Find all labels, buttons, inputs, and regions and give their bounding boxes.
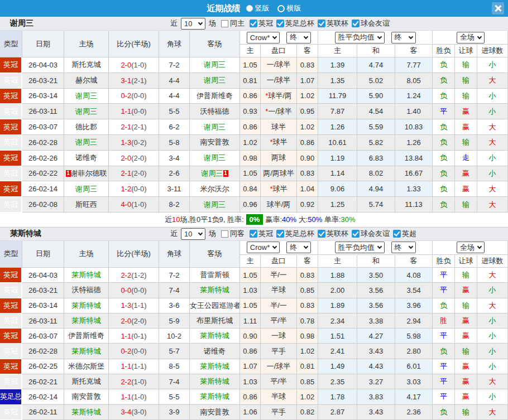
checkbox-checked-icon[interactable] — [250, 20, 257, 27]
odds-time-select[interactable]: 终 — [286, 242, 311, 253]
checkbox-checked-icon[interactable] — [318, 20, 325, 27]
wdl-time-select[interactable]: 终 — [391, 32, 416, 44]
checkbox-checked-icon[interactable] — [352, 20, 360, 27]
away-team-name: 莱斯特城 — [200, 392, 229, 400]
same-venue-checkbox[interactable] — [221, 20, 228, 27]
handicap-line: 平手 — [271, 408, 286, 416]
handicap-line: 球半/两 — [268, 91, 292, 100]
result-cell: 平 — [433, 374, 455, 389]
wdl-average-select[interactable]: 胜平负均值 — [335, 242, 385, 253]
handicap-line-cell: *一/球半 — [261, 104, 297, 119]
score-cell: 0-0(0-0) — [109, 283, 159, 298]
radio-horizontal-layout[interactable]: 横版 — [277, 3, 301, 13]
result-cell: 平 — [433, 283, 455, 298]
league-filter-item[interactable]: 英冠 — [246, 229, 273, 239]
handicap-away-odds-cell: 1.02 — [297, 344, 318, 359]
league-filter-item[interactable]: 英联杯 — [314, 18, 348, 28]
handicap-away-odds-cell: 0.92 — [297, 197, 318, 213]
fulltime-score: 1-1 — [121, 332, 131, 340]
league-filter-item[interactable]: 球会友谊 — [348, 18, 390, 28]
checkbox-checked-icon[interactable] — [318, 230, 325, 238]
home-team-cell: 莱斯特城 — [64, 405, 109, 420]
handicap-result-cell: 输 — [455, 73, 477, 89]
wdl-average-select-value: 胜平负均值 — [338, 243, 375, 253]
full-match-select[interactable]: 全场 — [457, 32, 485, 44]
halftime-score: (1-0) — [131, 61, 146, 69]
full-match-select[interactable]: 全场 — [457, 242, 485, 253]
euro-home-odds-cell: 1.14 — [318, 166, 357, 182]
same-venue-checkbox[interactable] — [221, 230, 228, 238]
match-count-select[interactable]: 10 — [181, 228, 205, 240]
euro-away-odds-cell: 1.26 — [395, 135, 433, 151]
league-filter-item[interactable]: 球会友谊 — [348, 229, 390, 239]
corner-cell: 5-5 — [159, 104, 190, 119]
score-cell: 2-2(1-2) — [109, 268, 159, 283]
wdl-dropdown-cell: 胜平负均值 终 — [318, 31, 433, 45]
away-team-name: 米尔沃尔 — [200, 185, 229, 193]
corner-cell: 10-2 — [159, 329, 190, 344]
checkbox-checked-icon[interactable] — [393, 230, 401, 238]
euro-home-odds-cell: 1.35 — [318, 73, 357, 89]
bookmaker-select[interactable]: Crow* — [247, 32, 280, 44]
away-team-name: 莱斯特城 — [200, 286, 229, 294]
league-filter-item[interactable]: 英超 — [390, 229, 416, 239]
halftime-score: (2-1) — [131, 123, 146, 131]
wdl-average-select[interactable]: 胜平负均值 — [335, 32, 385, 44]
chevron-down-icon — [272, 244, 277, 249]
away-team-name: 沃特福德 — [200, 107, 229, 115]
chevron-down-icon — [408, 34, 413, 38]
checkbox-checked-icon[interactable] — [352, 230, 360, 238]
handicap-home-odds-cell: 0.98 — [240, 151, 261, 166]
result-cell: 负 — [433, 181, 455, 197]
handicap-line-cell: 一/球半 — [261, 57, 297, 73]
fulltime-score: 0-2 — [121, 91, 131, 100]
league-filter-item[interactable]: 英足总杯 — [273, 229, 314, 239]
scope-dropdown-cell: 全场 — [433, 31, 508, 45]
handicap-line-cell: 球半/两 — [261, 197, 297, 213]
handicap-line-cell: 一球 — [261, 329, 297, 344]
radio-unselected-icon[interactable] — [277, 5, 285, 12]
checkbox-checked-icon[interactable] — [250, 230, 257, 238]
handicap-away-odds-cell: 0.83 — [297, 268, 318, 283]
league-filter-item[interactable]: 英冠 — [246, 18, 273, 28]
league-filter-item[interactable]: 英联杯 — [314, 229, 348, 239]
handicap-line: 平手 — [271, 347, 286, 355]
handicap-home-odds-cell: 1.05 — [240, 166, 261, 182]
match-count-select[interactable]: 10 — [181, 18, 205, 30]
checkbox-checked-icon[interactable] — [276, 20, 284, 27]
handicap-line-cell: 半球 — [261, 389, 297, 404]
home-team-cell: 南安普敦 — [64, 389, 109, 404]
wdl-time-select[interactable]: 终 — [391, 242, 416, 253]
handicap-dropdown-cell: Crow* 终 — [240, 241, 318, 255]
corner-cell: 5-8 — [159, 135, 190, 151]
handicap-line: 球半 — [273, 185, 287, 193]
league-filter-item[interactable]: 英足总杯 — [273, 18, 314, 28]
score-cell: 2-0(2-0) — [109, 151, 159, 166]
radio-vertical-layout[interactable]: 竖版 — [246, 3, 270, 13]
chevron-down-icon — [377, 244, 381, 249]
euro-away-odds-cell: 2.36 — [395, 405, 433, 420]
radio-selected-icon[interactable] — [246, 5, 253, 12]
home-team-cell: 米德尔斯堡 — [64, 359, 109, 374]
table-row: 英冠 26-03-07 德比郡 2-1(2-1) 6-2 谢周三 0.86 球半… — [0, 119, 508, 135]
score-cell: 1-2(0-0) — [109, 181, 159, 197]
subcol-goals: 进球数 — [477, 45, 508, 57]
handicap-line-cell: 平手 — [261, 405, 297, 420]
checkbox-checked-icon[interactable] — [276, 230, 284, 238]
away-team-name: 南安普敦 — [200, 408, 229, 416]
table-row: 英冠 26-02-08 斯旺西 4-0(1-0) 8-2 谢周三 0.96 球半… — [0, 197, 508, 213]
odds-time-select[interactable]: 终 — [286, 32, 311, 44]
handicap-line: 一/球半 — [268, 107, 292, 115]
score-cell: 2-1(2-0) — [109, 166, 159, 182]
close-icon[interactable] — [492, 2, 504, 15]
fulltime-score: 0-2 — [121, 347, 131, 355]
euro-draw-odds-cell: 3.83 — [357, 389, 395, 404]
fulltime-score: 3-1 — [121, 76, 131, 85]
corner-cell: 5-7 — [159, 344, 190, 359]
handicap-away-odds-cell: 0.85 — [297, 374, 318, 389]
fulltime-score: 2-0 — [121, 61, 131, 69]
result-cell: 负 — [433, 89, 455, 104]
result-cell: 负 — [433, 151, 455, 166]
handicap-line: 一/球半 — [267, 60, 291, 69]
bookmaker-select[interactable]: Crow* — [247, 242, 280, 253]
